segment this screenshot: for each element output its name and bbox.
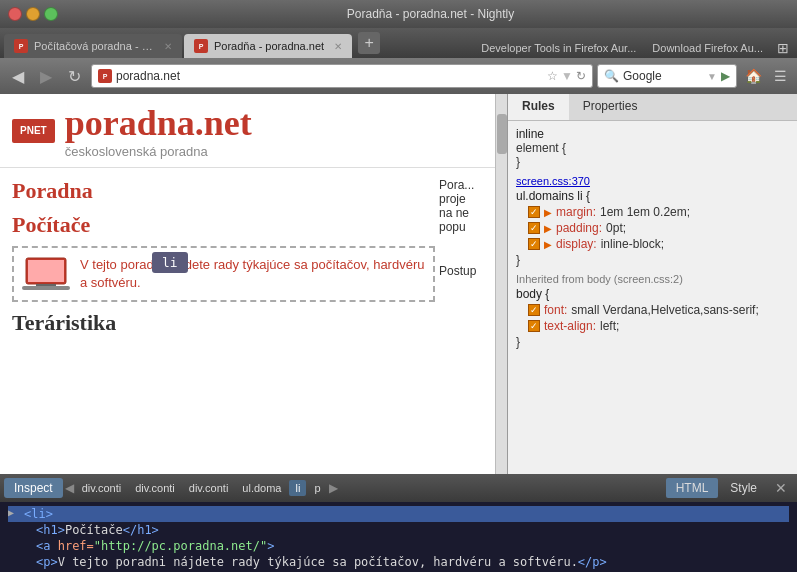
search-bar[interactable]: 🔍 Google ▼ ▶ (597, 64, 737, 88)
css-checkbox-textalign[interactable]: ✓ (528, 320, 540, 332)
html-line-1: ▶ <li> (8, 506, 789, 522)
html-arrow-1[interactable]: ▶ (8, 507, 20, 518)
section2-title: Teráristika (12, 310, 435, 336)
css-prop-name-textalign: text-align: (544, 319, 596, 333)
site-header: PNET poradna.net československá poradna (0, 94, 507, 168)
site-subtitle: československá poradna (65, 144, 252, 159)
breadcrumb-div2[interactable]: div.conti (129, 480, 181, 496)
css-element-close: } (516, 155, 789, 169)
html-tag-h1: <h1> (36, 523, 65, 537)
reload-icon[interactable]: ↻ (576, 69, 586, 83)
menu-icon[interactable]: ☰ (770, 66, 791, 86)
breadcrumb-li[interactable]: li (289, 480, 306, 496)
css-rule-body-2: ✓ font: small Verdana,Helvetica,sans-ser… (516, 303, 789, 333)
scrollbar-thumb[interactable] (497, 114, 507, 154)
css-arrow-display: ▶ (544, 239, 552, 250)
nav-bar: ◀ ▶ ↻ P poradna.net ☆ ▼ ↻ 🔍 Google ▼ ▶ 🏠… (0, 58, 797, 94)
search-submit-icon[interactable]: ▶ (721, 69, 730, 83)
html-panel: ▶ <li> <h1> Počítače </h1> <a href= "htt… (0, 502, 797, 572)
tab-label-1: Počítačová poradna - poradna.... (34, 40, 154, 52)
section1-title: Počítače (12, 212, 435, 238)
css-checkbox-display[interactable]: ✓ (528, 238, 540, 250)
inspector-tab-style[interactable]: Style (720, 478, 767, 498)
back-button[interactable]: ◀ (6, 65, 30, 88)
address-favicon: P (98, 69, 112, 83)
search-engine-label: Google (623, 69, 703, 83)
window-controls (8, 7, 58, 21)
css-section-370: screen.css:370 ul.domains li { ✓ ▶ margi… (516, 175, 789, 267)
browser-tab-2[interactable]: P Poradňa - poradna.net ✕ (184, 34, 352, 58)
site-side-text: Pora... proje na ne popu Postup (435, 178, 495, 336)
tab-grid-icon[interactable]: ⊞ (773, 38, 793, 58)
addr-sep: ▼ (561, 69, 573, 83)
breadcrumb-right-arrow[interactable]: ▶ (329, 481, 338, 495)
css-close-2: } (516, 335, 789, 349)
css-inherited-label: Inherited from body (screen.css:2) (516, 273, 789, 285)
window-titlebar: Poradňa - poradna.net - Nightly (0, 0, 797, 28)
css-prop-name-margin: margin: (556, 205, 596, 219)
html-arrow-2 (8, 523, 20, 534)
html-tag-a-close: > (267, 539, 274, 553)
tab-rules[interactable]: Rules (508, 94, 569, 120)
svg-rect-3 (36, 284, 56, 286)
inspect-button[interactable]: Inspect (4, 478, 63, 498)
address-icons: ☆ ▼ ↻ (547, 69, 586, 83)
search-dropdown-icon[interactable]: ▼ (707, 71, 717, 82)
inspector-tab-html[interactable]: HTML (666, 478, 719, 498)
css-selector-1: ul.domains li { (516, 189, 789, 203)
minimize-button[interactable] (26, 7, 40, 21)
highlight-text: V tejto poradni nájdete rady týkajúce sa… (80, 256, 425, 292)
css-prop-name-font: font: (544, 303, 567, 317)
search-icon: 🔍 (604, 69, 619, 83)
html-close-h1: </h1> (123, 523, 159, 537)
tab-close-2[interactable]: ✕ (334, 41, 342, 52)
breadcrumb-p[interactable]: p (308, 480, 326, 496)
forward-button[interactable]: ▶ (34, 65, 58, 88)
css-source-link-370[interactable]: screen.css:370 (516, 175, 590, 187)
breadcrumb-div3[interactable]: div.conti (183, 480, 235, 496)
reload-button[interactable]: ↻ (62, 65, 87, 88)
css-prop-display: ✓ ▶ display: inline-block; (528, 237, 789, 251)
tab-close-1[interactable]: ✕ (164, 41, 172, 52)
extra-tab-2[interactable]: Download Firefox Au... (646, 40, 769, 56)
svg-rect-2 (22, 286, 70, 290)
css-inline-label: inline (516, 127, 789, 141)
viewport-scrollbar[interactable] (495, 94, 507, 474)
breadcrumb-div1[interactable]: div.conti (76, 480, 128, 496)
css-section-body: Inherited from body (screen.css:2) body … (516, 273, 789, 349)
css-selector-2: body { (516, 287, 789, 301)
extra-tab-1[interactable]: Developer Tools in Firefox Aur... (475, 40, 642, 56)
html-line-3: <a href= "http://pc.poradna.net/" > (8, 538, 789, 554)
css-prop-textalign: ✓ text-align: left; (528, 319, 789, 333)
css-prop-value-font: small Verdana,Helvetica,sans-serif; (571, 303, 758, 317)
address-text: poradna.net (116, 69, 543, 83)
inspector-bar: Inspect ◀ div.conti div.conti div.conti … (0, 474, 797, 502)
maximize-button[interactable] (44, 7, 58, 21)
browser-tab-1[interactable]: P Počítačová poradna - poradna.... ✕ (4, 34, 182, 58)
css-prop-font: ✓ font: small Verdana,Helvetica,sans-ser… (528, 303, 789, 317)
css-checkbox-margin[interactable]: ✓ (528, 206, 540, 218)
html-tag-a: <a (36, 539, 58, 553)
laptop-icon (22, 256, 70, 292)
close-button[interactable] (8, 7, 22, 21)
breadcrumb-left-arrow[interactable]: ◀ (65, 481, 74, 495)
site-nav-label: Poradna (12, 178, 93, 203)
css-arrow-margin: ▶ (544, 207, 552, 218)
address-bar[interactable]: P poradna.net ☆ ▼ ↻ (91, 64, 593, 88)
inspector-close-icon[interactable]: ✕ (769, 478, 793, 498)
new-tab-button[interactable]: + (358, 32, 380, 54)
breadcrumb-ul[interactable]: ul.doma (236, 480, 287, 496)
tab-extras: Developer Tools in Firefox Aur... Downlo… (475, 38, 793, 58)
window-title: Poradňa - poradna.net - Nightly (72, 7, 789, 21)
bookmark-star-icon[interactable]: ☆ (547, 69, 558, 83)
home-icon[interactable]: 🏠 (741, 66, 766, 86)
css-checkbox-font[interactable]: ✓ (528, 304, 540, 316)
tab-properties[interactable]: Properties (569, 94, 652, 120)
css-prop-value-margin: 1em 1em 0.2em; (600, 205, 690, 219)
inspector-right-tabs: HTML Style ✕ (666, 478, 793, 498)
html-attr-href: href= (58, 539, 94, 553)
site-title-group: poradna.net československá poradna (65, 102, 252, 159)
css-checkbox-padding[interactable]: ✓ (528, 222, 540, 234)
html-tag-li-open: <li> (24, 507, 53, 521)
html-close-p: </p> (578, 555, 607, 569)
